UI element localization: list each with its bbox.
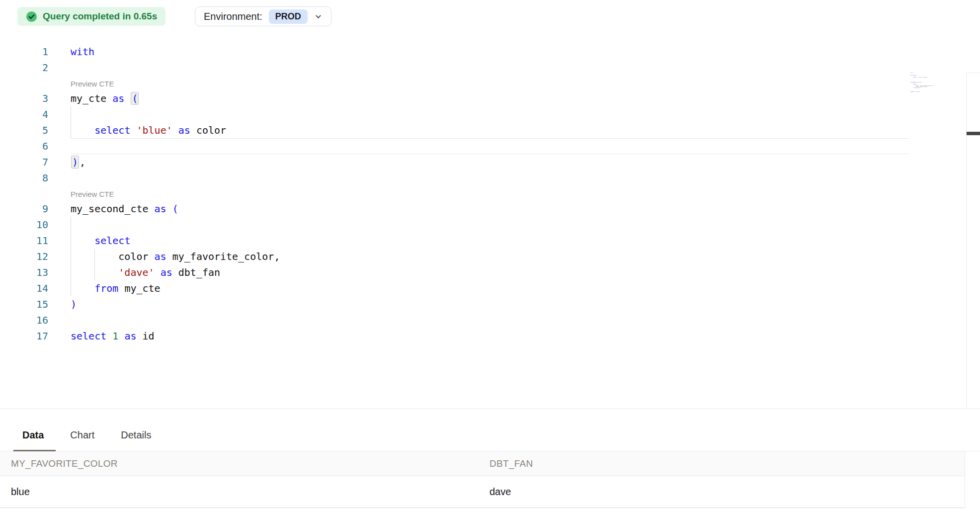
code-token: my_cte (71, 92, 112, 104)
line-number (0, 186, 48, 201)
code-line-content[interactable]: color as my_favorite_color, (71, 249, 280, 264)
sql-editor[interactable]: 1with2Preview CTE3my_cte as (45 select '… (0, 30, 980, 409)
preview-cte-row: Preview CTE (0, 76, 280, 90)
code-token: as (124, 330, 136, 342)
editor-scrollbar-track[interactable] (966, 73, 980, 438)
preview-cte-button[interactable]: Preview CTE (71, 190, 114, 198)
query-status-text: Query completed in 0.65s (43, 11, 157, 22)
code-line-content[interactable]: 'dave' as dbt_fan (71, 264, 220, 280)
line-number (0, 76, 48, 90)
code-line: 3my_cte as ( (0, 90, 280, 106)
code-line-content[interactable] (71, 170, 72, 186)
code-line: 13 'dave' as dbt_fan (0, 264, 280, 280)
code-line-content[interactable] (71, 60, 72, 76)
column-header-dbt-fan: DBT_FAN (490, 458, 965, 469)
line-number: 7 (0, 154, 48, 170)
editor-minimap[interactable]: withmy_cte as ( select 'blue' as color),… (910, 73, 945, 92)
code-token: as (155, 251, 166, 262)
code-token: my_favorite_color, (166, 251, 280, 262)
code-line-content[interactable] (71, 106, 72, 122)
line-number: 15 (0, 296, 48, 312)
code-token (71, 282, 94, 294)
line-number: 12 (0, 249, 48, 264)
code-token: as (112, 92, 124, 104)
code-token (130, 124, 136, 136)
code-token: select (94, 124, 130, 136)
code-line-content[interactable]: ), (71, 154, 85, 170)
check-circle-icon (26, 11, 37, 22)
code-line-content[interactable]: ) (71, 296, 77, 312)
results-table: MY_FAVORITE_COLOR DBT_FAN blue dave (0, 451, 965, 508)
tab-details[interactable]: Details (121, 429, 151, 441)
matched-bracket: ( (131, 92, 139, 105)
code-line: 11 select (0, 233, 280, 249)
code-line-content[interactable]: with (71, 44, 94, 60)
cell-dbt-fan: dave (490, 486, 965, 498)
code-token (166, 203, 172, 215)
line-number: 3 (0, 90, 48, 106)
code-line: 4 (0, 106, 280, 122)
code-line: 17select 1 as id (0, 328, 280, 344)
line-number: 8 (0, 170, 48, 186)
code-token: 'dave' (118, 266, 154, 278)
code-line: 2 (0, 60, 280, 76)
code-token (71, 235, 94, 247)
code-line-content[interactable]: select 1 as id (71, 328, 155, 344)
line-number: 14 (0, 280, 48, 296)
line-number: 10 (0, 217, 48, 233)
code-line-content[interactable] (71, 138, 72, 154)
line-number: 11 (0, 233, 48, 249)
code-line: 1with (0, 44, 280, 60)
preview-cte-button[interactable]: Preview CTE (71, 80, 114, 88)
code-token (124, 92, 130, 104)
code-line-content[interactable] (71, 312, 72, 328)
indent-guide (94, 249, 95, 264)
code-token: , (80, 156, 85, 168)
code-line-content[interactable]: select (71, 233, 130, 249)
code-token: ( (172, 203, 178, 215)
indent-guide (71, 264, 71, 280)
indent-guide (71, 122, 71, 138)
code-token: as (155, 203, 166, 215)
editor-scrollbar-thumb[interactable] (967, 132, 980, 135)
code-token: as (161, 266, 172, 278)
environment-selector[interactable]: Environment: PROD (195, 6, 331, 26)
line-number: 6 (0, 138, 48, 154)
results-table-header: MY_FAVORITE_COLOR DBT_FAN (0, 451, 965, 476)
indent-guide (94, 264, 95, 280)
preview-cte-cell: Preview CTE (71, 186, 114, 201)
code-token: color (190, 124, 226, 136)
indent-guide (71, 280, 71, 296)
code-line-content[interactable]: select 'blue' as color (71, 122, 226, 138)
chevron-down-icon (314, 12, 323, 21)
code-line-content[interactable]: my_cte as ( (71, 90, 139, 106)
code-line: 9my_second_cte as ( (0, 201, 280, 217)
line-number: 2 (0, 60, 48, 76)
code-line-content[interactable] (71, 217, 72, 233)
indent-guide (71, 249, 71, 264)
code-line: 12 color as my_favorite_color, (0, 249, 280, 264)
code-token (172, 124, 178, 136)
results-panel: DataChartDetails MY_FAVORITE_COLOR DBT_F… (0, 409, 980, 510)
code-token: select (71, 330, 106, 342)
column-header-my-favorite-color: MY_FAVORITE_COLOR (0, 458, 490, 469)
code-token: id (136, 330, 154, 342)
environment-label: Environment: (204, 11, 262, 22)
preview-cte-cell: Preview CTE (71, 76, 114, 90)
line-number: 13 (0, 264, 48, 280)
code-line-content[interactable]: my_second_cte as ( (71, 201, 178, 217)
code-token: ) (71, 298, 77, 310)
code-line: 16 (0, 312, 280, 328)
table-row: blue dave (0, 476, 965, 508)
line-number: 4 (0, 106, 48, 122)
tab-chart[interactable]: Chart (70, 429, 94, 441)
line-number: 5 (0, 122, 48, 138)
code-token: with (71, 46, 94, 58)
indent-guide (71, 217, 71, 233)
tab-data[interactable]: Data (22, 429, 44, 441)
code-token: my_cte (118, 282, 160, 294)
line-number: 16 (0, 312, 48, 328)
code-token: my_second_cte (71, 203, 155, 215)
environment-value-badge: PROD (269, 9, 308, 24)
code-line-content[interactable]: from my_cte (71, 280, 161, 296)
